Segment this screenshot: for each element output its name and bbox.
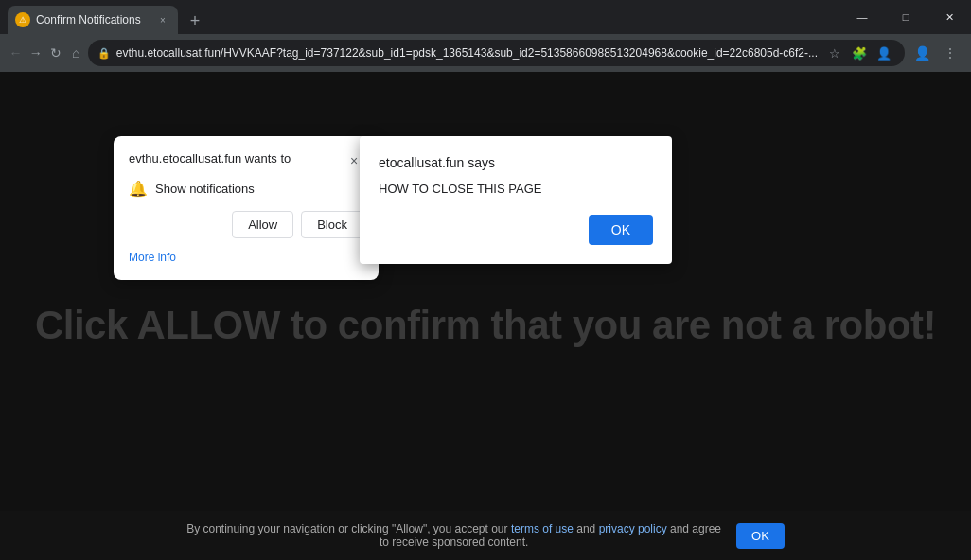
forward-button[interactable]: → [27, 40, 44, 66]
notification-permission-dialog: evthu.etocallusat.fun wants to × 🔔 Show … [114, 136, 379, 280]
title-bar: ⚠ Confirm Notifications × + — □ ✕ [0, 0, 971, 34]
new-tab-button[interactable]: + [182, 8, 208, 34]
active-tab[interactable]: ⚠ Confirm Notifications × [8, 6, 178, 34]
tab-favicon: ⚠ [15, 12, 30, 27]
page-background: Click ALLOW to confirm that you are not … [0, 72, 971, 560]
chrome-browser-window: ⚠ Confirm Notifications × + — □ ✕ ← → ↻ … [0, 0, 971, 560]
page-content: Click ALLOW to confirm that you are not … [0, 72, 971, 560]
footer-text: By continuing your navigation or clickin… [186, 522, 721, 549]
notif-permission-row: 🔔 Show notifications [129, 180, 363, 198]
address-bar[interactable]: 🔒 evthu.etocallusat.fun/HVVKAAF?tag_id=7… [88, 40, 905, 66]
extensions-icon[interactable]: 🧩 [848, 42, 871, 64]
maximize-button[interactable]: □ [884, 0, 927, 34]
footer-prefix: By continuing your navigation or clickin… [186, 522, 507, 535]
account-icon[interactable]: 👤 [873, 42, 895, 64]
close-button[interactable]: ✕ [927, 0, 971, 34]
toolbar-right: 👤 ⋮ [909, 40, 963, 66]
menu-button[interactable]: ⋮ [937, 40, 963, 66]
allow-button[interactable]: Allow [232, 211, 293, 238]
tab-title: Confirm Notifications [36, 13, 150, 26]
bell-icon: 🔔 [129, 180, 148, 198]
address-text: evthu.etocallusat.fun/HVVKAAF?tag_id=737… [116, 46, 818, 60]
tab-bar: ⚠ Confirm Notifications × + [0, 0, 840, 34]
more-info-link[interactable]: More info [129, 251, 176, 264]
lock-icon: 🔒 [97, 47, 111, 60]
footer-ok-button[interactable]: OK [736, 523, 785, 549]
main-page-text: Click ALLOW to confirm that you are not … [35, 303, 936, 348]
window-controls: — □ ✕ [840, 0, 971, 34]
home-button[interactable]: ⌂ [68, 40, 84, 66]
notif-dialog-title: evthu.etocallusat.fun wants to [129, 151, 291, 166]
minimize-button[interactable]: — [840, 0, 884, 34]
site-dialog-ok-button[interactable]: OK [589, 215, 653, 245]
terms-of-use-link[interactable]: terms of use [511, 522, 574, 535]
toolbar: ← → ↻ ⌂ 🔒 evthu.etocallusat.fun/HVVKAAF?… [0, 34, 971, 72]
profile-icon[interactable]: 👤 [909, 40, 935, 66]
tab-close-button[interactable]: × [155, 12, 170, 27]
privacy-policy-link[interactable]: privacy policy [599, 522, 667, 535]
reload-button[interactable]: ↻ [47, 40, 63, 66]
notif-dialog-header: evthu.etocallusat.fun wants to × [129, 151, 363, 170]
footer-bar: By continuing your navigation or clickin… [0, 511, 971, 560]
site-dialog-title: etocallusat.fun says [379, 155, 653, 170]
address-icons: ☆ 🧩 👤 [823, 42, 895, 64]
notif-actions: Allow Block [129, 211, 363, 238]
block-button[interactable]: Block [301, 211, 363, 238]
bookmark-star-icon[interactable]: ☆ [823, 42, 846, 64]
site-dialog-message: HOW TO CLOSE THIS PAGE [379, 182, 653, 196]
site-says-dialog: etocallusat.fun says HOW TO CLOSE THIS P… [360, 136, 672, 264]
back-button[interactable]: ← [8, 40, 24, 66]
notif-permission-label: Show notifications [155, 182, 255, 196]
footer-and: and [576, 522, 595, 535]
